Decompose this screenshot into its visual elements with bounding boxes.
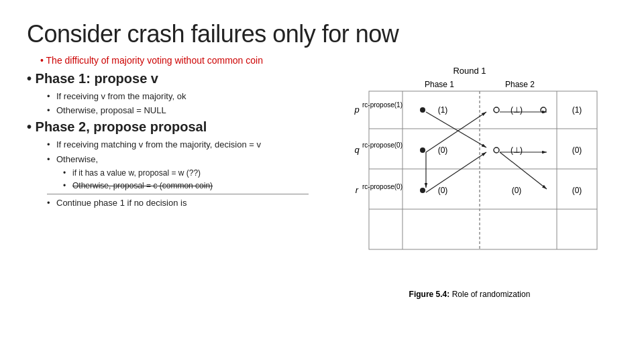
svg-text:(1): (1) [572, 105, 582, 115]
svg-text:(1): (1) [438, 105, 448, 115]
phase2-sub-sub-bullet-2: Otherwise, proposal = c (common coin) [63, 180, 309, 192]
svg-text:(0): (0) [438, 186, 448, 195]
slide: Consider crash failures only for now The… [0, 0, 644, 362]
phase2-bullets: If receiving matching v from the majorit… [27, 139, 309, 191]
continue-bullet: Continue phase 1 if no decision is [47, 197, 309, 209]
content-area: The difficulty of majority voting withou… [27, 55, 617, 349]
phase1-heading: Phase 1: propose v [27, 71, 309, 86]
svg-text:(⊥): (⊥) [511, 145, 523, 155]
slide-title: Consider crash failures only for now [27, 20, 617, 48]
phase1-bullet-2: Otherwise, proposal = NULL [47, 105, 309, 117]
svg-line-37 [426, 152, 486, 192]
svg-point-28 [420, 147, 425, 153]
phase1-bullets: If receiving v from the majority, ok Oth… [27, 90, 309, 117]
diagram-svg: Round 1 Phase 1 Phase 2 [315, 62, 610, 283]
svg-text:(0): (0) [572, 186, 582, 195]
svg-rect-4 [369, 91, 597, 249]
continue-bullet-area: Continue phase 1 if no decision is [27, 197, 309, 209]
svg-point-29 [494, 147, 499, 153]
svg-text:r: r [356, 185, 359, 195]
strikethrough-text: Otherwise, proposal = c (common coin) [72, 181, 213, 190]
phase2-bullet-2: Otherwise, [47, 154, 309, 166]
left-column: The difficulty of majority voting withou… [27, 55, 315, 349]
divider [47, 194, 309, 194]
figure-description: Role of randomization [452, 290, 531, 299]
difficulty-bullet: The difficulty of majority voting withou… [27, 55, 309, 66]
phase2-sub-sub-bullets: if it has a value w, proposal = w (??) O… [47, 168, 309, 192]
svg-point-26 [494, 107, 499, 113]
phase2-bullet-1: If receiving matching v from the majorit… [47, 139, 309, 151]
svg-point-25 [420, 107, 425, 113]
svg-text:p: p [354, 105, 359, 115]
svg-text:Phase 1: Phase 1 [425, 80, 454, 89]
svg-text:(⊥): (⊥) [511, 105, 523, 115]
phase1-bullet-1: If receiving v from the majority, ok [47, 90, 309, 103]
svg-text:Phase 2: Phase 2 [505, 80, 535, 89]
svg-line-35 [500, 152, 547, 189]
phase2-sub-sub-bullet-1: if it has a value w, proposal = w (??) [63, 168, 309, 179]
diagram-container: Round 1 Phase 1 Phase 2 [315, 62, 624, 299]
svg-text:rc-propose(0): rc-propose(0) [362, 141, 402, 149]
svg-line-31 [426, 112, 486, 147]
phase2-heading: Phase 2, propose proposal [27, 119, 309, 135]
figure-label: Figure 5.4: [409, 290, 450, 299]
figure-caption: Figure 5.4: Role of randomization [315, 290, 624, 299]
svg-point-30 [420, 188, 425, 193]
svg-text:(0): (0) [512, 186, 522, 195]
right-column: Round 1 Phase 1 Phase 2 [315, 55, 624, 349]
svg-text:(0): (0) [438, 145, 448, 155]
svg-line-32 [426, 112, 486, 152]
svg-text:rc-propose(1): rc-propose(1) [362, 101, 402, 109]
svg-text:(0): (0) [572, 145, 582, 155]
svg-text:q: q [354, 145, 360, 155]
svg-text:Round 1: Round 1 [453, 66, 486, 76]
svg-text:rc-propose(0): rc-propose(0) [362, 183, 402, 190]
